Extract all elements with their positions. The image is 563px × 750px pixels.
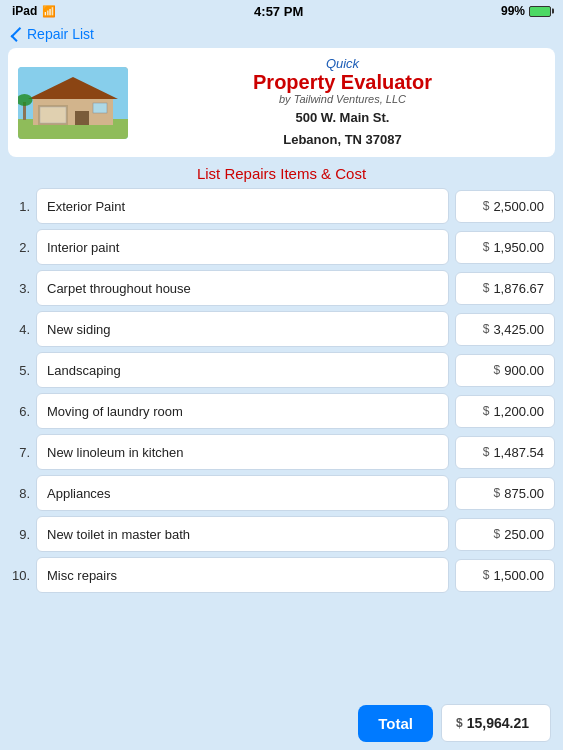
item-name: New toilet in master bath (47, 527, 190, 542)
item-name-box[interactable]: Exterior Paint (36, 188, 449, 224)
repair-item: 5. Landscaping $ 900.00 (8, 352, 555, 388)
item-cost-box[interactable]: $ 3,425.00 (455, 313, 555, 346)
dollar-sign: $ (483, 404, 490, 418)
dollar-sign: $ (494, 486, 501, 500)
item-name-box[interactable]: New linoleum in kitchen (36, 434, 449, 470)
total-dollar-sign: $ (456, 716, 463, 730)
item-cost: 1,487.54 (493, 445, 544, 460)
item-name: New siding (47, 322, 111, 337)
repair-item: 6. Moving of laundry room $ 1,200.00 (8, 393, 555, 429)
item-name-box[interactable]: New toilet in master bath (36, 516, 449, 552)
chevron-left-icon (11, 27, 26, 42)
item-number: 3. (8, 281, 30, 296)
svg-rect-6 (75, 111, 89, 125)
item-cost-box[interactable]: $ 250.00 (455, 518, 555, 551)
dollar-sign: $ (483, 445, 490, 459)
item-number: 4. (8, 322, 30, 337)
status-right: 99% (501, 4, 551, 18)
app-title-sub: by Tailwind Ventures, LLC (140, 93, 545, 105)
repair-item: 4. New siding $ 3,425.00 (8, 311, 555, 347)
item-cost-box[interactable]: $ 1,487.54 (455, 436, 555, 469)
item-cost-box[interactable]: $ 1,500.00 (455, 559, 555, 592)
repair-item: 1. Exterior Paint $ 2,500.00 (8, 188, 555, 224)
footer-bar: Total $ 15,964.21 (0, 696, 563, 750)
item-name: Appliances (47, 486, 111, 501)
item-cost-box[interactable]: $ 875.00 (455, 477, 555, 510)
item-cost: 1,876.67 (493, 281, 544, 296)
item-cost: 875.00 (504, 486, 544, 501)
repair-item: 3. Carpet throughout house $ 1,876.67 (8, 270, 555, 306)
item-number: 5. (8, 363, 30, 378)
item-cost: 3,425.00 (493, 322, 544, 337)
repair-item: 10. Misc repairs $ 1,500.00 (8, 557, 555, 593)
item-cost-box[interactable]: $ 1,950.00 (455, 231, 555, 264)
dollar-sign: $ (483, 568, 490, 582)
item-number: 1. (8, 199, 30, 214)
repair-item: 9. New toilet in master bath $ 250.00 (8, 516, 555, 552)
wifi-icon: 📶 (42, 5, 56, 18)
item-cost-box[interactable]: $ 2,500.00 (455, 190, 555, 223)
item-name-box[interactable]: Carpet throughout house (36, 270, 449, 306)
item-name: Exterior Paint (47, 199, 125, 214)
item-cost: 1,200.00 (493, 404, 544, 419)
item-name-box[interactable]: Moving of laundry room (36, 393, 449, 429)
item-number: 2. (8, 240, 30, 255)
app-title-quick: Quick (140, 56, 545, 71)
header-text: Quick Property Evaluator by Tailwind Ven… (140, 56, 545, 149)
dollar-sign: $ (483, 281, 490, 295)
item-name-box[interactable]: Misc repairs (36, 557, 449, 593)
item-number: 6. (8, 404, 30, 419)
item-name-box[interactable]: New siding (36, 311, 449, 347)
dollar-sign: $ (483, 240, 490, 254)
item-number: 9. (8, 527, 30, 542)
dollar-sign: $ (483, 199, 490, 213)
item-name: Misc repairs (47, 568, 117, 583)
repair-item: 8. Appliances $ 875.00 (8, 475, 555, 511)
repair-item: 2. Interior paint $ 1,950.00 (8, 229, 555, 265)
svg-rect-5 (40, 107, 66, 123)
item-cost: 900.00 (504, 363, 544, 378)
item-name: Interior paint (47, 240, 119, 255)
back-label: Repair List (27, 26, 94, 42)
item-cost: 2,500.00 (493, 199, 544, 214)
item-number: 10. (8, 568, 30, 583)
app-title-main: Property Evaluator (140, 71, 545, 93)
dollar-sign: $ (494, 363, 501, 377)
status-left: iPad 📶 (12, 4, 56, 18)
battery-percent: 99% (501, 4, 525, 18)
status-bar: iPad 📶 4:57 PM 99% (0, 0, 563, 22)
dollar-sign: $ (494, 527, 501, 541)
total-button[interactable]: Total (358, 705, 433, 742)
item-name: Moving of laundry room (47, 404, 183, 419)
item-number: 7. (8, 445, 30, 460)
item-cost-box[interactable]: $ 900.00 (455, 354, 555, 387)
svg-rect-7 (93, 103, 107, 113)
battery-icon (529, 6, 551, 17)
device-label: iPad (12, 4, 37, 18)
property-address-line1: 500 W. Main St. (140, 109, 545, 127)
dollar-sign: $ (483, 322, 490, 336)
total-amount-box: $ 15,964.21 (441, 704, 551, 742)
nav-bar: Repair List (0, 22, 563, 48)
item-cost: 1,500.00 (493, 568, 544, 583)
property-address-line2: Lebanon, TN 37087 (140, 131, 545, 149)
item-name: Landscaping (47, 363, 121, 378)
item-cost: 250.00 (504, 527, 544, 542)
total-amount: 15,964.21 (467, 715, 529, 731)
repair-list: 1. Exterior Paint $ 2,500.00 2. Interior… (0, 188, 563, 598)
back-button[interactable]: Repair List (12, 26, 94, 42)
item-name-box[interactable]: Appliances (36, 475, 449, 511)
property-image (18, 67, 128, 139)
repair-item: 7. New linoleum in kitchen $ 1,487.54 (8, 434, 555, 470)
item-name: Carpet throughout house (47, 281, 191, 296)
item-number: 8. (8, 486, 30, 501)
item-cost: 1,950.00 (493, 240, 544, 255)
item-name-box[interactable]: Landscaping (36, 352, 449, 388)
item-cost-box[interactable]: $ 1,876.67 (455, 272, 555, 305)
status-time: 4:57 PM (254, 4, 303, 19)
header-card: Quick Property Evaluator by Tailwind Ven… (8, 48, 555, 157)
item-name-box[interactable]: Interior paint (36, 229, 449, 265)
section-title: List Repairs Items & Cost (0, 165, 563, 182)
item-name: New linoleum in kitchen (47, 445, 184, 460)
item-cost-box[interactable]: $ 1,200.00 (455, 395, 555, 428)
